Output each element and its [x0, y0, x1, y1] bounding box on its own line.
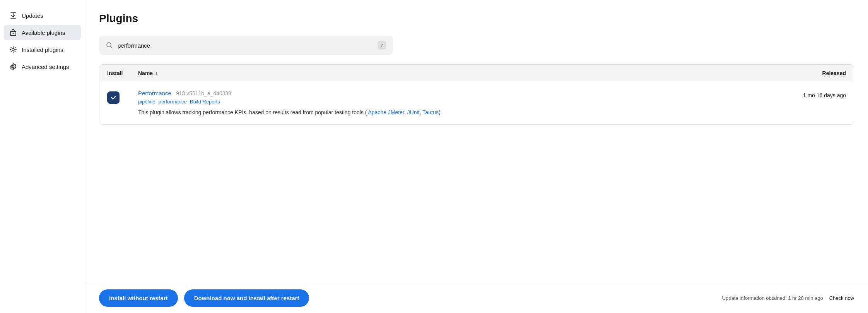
released-cell: 1 mo 16 days ago: [784, 90, 846, 98]
sidebar: Updates Available plugins Installed plug…: [0, 0, 85, 313]
download-icon: [9, 12, 17, 19]
footer: Install without restart Download now and…: [85, 283, 868, 313]
sidebar-item-available-plugins[interactable]: Available plugins: [4, 25, 81, 40]
sidebar-item-advanced-settings-label: Advanced settings: [22, 64, 69, 70]
main-content: Plugins / Install: [85, 0, 868, 313]
plugin-name-cell: Performance 918.v5511b_a_d40338 pipeline…: [138, 90, 784, 117]
sidebar-item-installed-plugins-label: Installed plugins: [22, 46, 63, 53]
plugin-checkbox[interactable]: [107, 91, 120, 104]
sort-icon: ↓: [155, 70, 158, 76]
plugin-tag-build-reports[interactable]: Build Reports: [190, 99, 220, 105]
install-without-restart-button[interactable]: Install without restart: [99, 289, 178, 307]
checkbox-cell: [107, 90, 138, 104]
plugin-name-link[interactable]: Performance: [138, 90, 171, 96]
sidebar-item-updates-label: Updates: [22, 12, 43, 19]
link-apache-jmeter[interactable]: Apache JMeter: [368, 109, 404, 115]
table-header: Install Name ↓ Released: [99, 65, 854, 82]
sidebar-item-updates[interactable]: Updates: [4, 8, 81, 23]
link-taurus[interactable]: Taurus: [422, 109, 439, 115]
plugin-tags: pipeline performance Build Reports: [138, 99, 784, 105]
bag-icon: [9, 29, 17, 36]
settings-icon: [9, 46, 17, 53]
svg-point-5: [12, 66, 14, 68]
link-junit[interactable]: JUnit: [407, 109, 420, 115]
page-title: Plugins: [99, 12, 854, 25]
check-now-link[interactable]: Check now: [829, 295, 854, 301]
plugin-name-row: Performance 918.v5511b_a_d40338: [138, 90, 784, 96]
gear-icon: [9, 63, 17, 71]
plugin-description: This plugin allows tracking performance …: [138, 108, 784, 117]
plugin-tag-pipeline[interactable]: pipeline: [138, 99, 155, 105]
search-bar: /: [99, 36, 393, 55]
svg-point-6: [107, 43, 111, 47]
table-row: Performance 918.v5511b_a_d40338 pipeline…: [99, 82, 854, 124]
svg-point-4: [12, 48, 14, 51]
plugin-version: 918.v5511b_a_d40338: [176, 90, 231, 96]
search-icon: [106, 42, 113, 49]
col-header-name[interactable]: Name ↓: [138, 70, 784, 76]
search-input[interactable]: [118, 42, 373, 49]
sidebar-item-available-plugins-label: Available plugins: [22, 29, 65, 36]
download-and-install-button[interactable]: Download now and install after restart: [184, 289, 309, 307]
plugins-table: Install Name ↓ Released: [99, 64, 854, 125]
col-header-released: Released: [784, 70, 846, 76]
col-header-install: Install: [107, 70, 138, 76]
footer-status-text: Update information obtained: 1 hr 28 min…: [722, 295, 823, 301]
content-area: Plugins / Install: [85, 0, 868, 283]
svg-point-3: [13, 33, 14, 34]
search-shortcut: /: [378, 41, 386, 50]
sidebar-item-advanced-settings[interactable]: Advanced settings: [4, 59, 81, 74]
svg-rect-0: [10, 12, 16, 13]
plugin-tag-performance[interactable]: performance: [159, 99, 187, 105]
svg-rect-1: [10, 18, 16, 19]
sidebar-item-installed-plugins[interactable]: Installed plugins: [4, 42, 81, 57]
